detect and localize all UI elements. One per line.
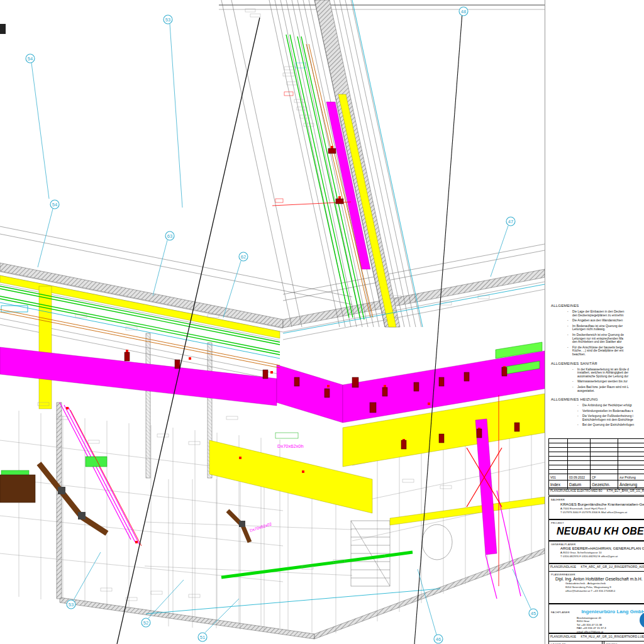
svg-text:62: 62 <box>241 254 246 260</box>
box-label: BAUHERR <box>551 498 644 501</box>
fachplaner-line: email office@iblang.at <box>577 630 644 633</box>
fachplaner-line: Brockmanngasse 41 <box>577 616 644 619</box>
bauherr-address: A-7000 Eisenstadt, Josef Hyrtl-Platz 4 <box>560 507 644 510</box>
svg-text:51: 51 <box>200 635 205 640</box>
svg-text:54: 54 <box>28 56 33 62</box>
box-label: GENERALPLANER <box>551 543 644 546</box>
planverfasser-name: Dipl. Ing. Anton Hofstätter Gesellschaft… <box>555 577 644 581</box>
svg-text:45: 45 <box>531 611 536 616</box>
note-item: Im Bodenaufbau ist eine Querung der Leit… <box>551 325 644 331</box>
grid-bubble: 47 <box>506 217 515 226</box>
svg-text:63: 63 <box>167 233 172 239</box>
grid-bubble: 53 <box>164 15 172 24</box>
project-title: NEUBAU KH OBERW <box>557 526 644 537</box>
generalplaner-box: GENERALPLANER ARGE EDERER+HAGHIRIAN, GEN… <box>548 541 644 564</box>
note-item: Jedes Bad bzw. jeder Raum wird mit L aus… <box>551 386 644 392</box>
svg-text:53: 53 <box>69 602 74 608</box>
grid-bubble: 54 <box>50 200 59 209</box>
bauherr-box: BAUHERR KRAGES Burgenländische Krankenan… <box>548 496 644 519</box>
note-item: Bei der Querung der Estrichdehnfugen <box>551 423 644 427</box>
note-item: Die Anbindung der Heizkörper erfolgt <box>551 404 644 408</box>
notes-heading-allgemeines: ALLGEMEINES <box>551 304 644 308</box>
grid-bubble: 63 <box>165 231 174 240</box>
note-item: Verbindungsstellen im Bodenaufbau s <box>551 409 644 413</box>
generalplaner-contact: T 0316-682976 F 0316-682952 E office@gen… <box>560 555 644 558</box>
note-item: Die Angaben aus den Wandansichten <box>551 319 644 323</box>
box-label: FACHPLANER <box>551 611 570 614</box>
grid-bubble: 46 <box>434 635 443 643</box>
grid-bubble: 53 <box>67 600 75 609</box>
box-label: PLANVERFASSER <box>551 573 644 576</box>
planverfasser-line: Gebäudetechnik - Anlagentechnik <box>565 582 644 585</box>
grid-bubble: 62 <box>239 252 248 261</box>
fachplaner-line: FAX +43 316 47 15 37-3 <box>577 626 644 630</box>
note-item: Warmwasserleitungen werden bis zur <box>551 380 644 384</box>
planverfasser-line: 8054 Seiersberg-Pirka, Wagramweg 9 <box>565 586 644 589</box>
general-notes: ALLGEMEINES Die Lage der Einbauten in de… <box>551 304 644 429</box>
bauherr-name: KRAGES Burgenländische Krankenanstalten-… <box>560 502 644 506</box>
fachplaner-line: 8010 Graz <box>577 619 644 623</box>
fachplaner-box: FACHPLANER Ingenieurbüro Lang GmbH Brock… <box>548 604 644 633</box>
table-row <box>549 461 644 465</box>
notes-heading-sanitaer: ALLGEMEINES SANITÄR <box>551 362 644 365</box>
table-row <box>549 457 644 461</box>
box-label: PROJEKT <box>551 521 644 525</box>
grid-bubble: 54 <box>26 54 35 63</box>
title-block-column: ALLGEMEINES Die Lage der Einbauten in de… <box>545 0 644 644</box>
strip-label: PLANGRUNDLAGE <box>550 635 576 638</box>
planverfasser-line: office@hofstaetter.at T +43 316 270308-0 <box>565 589 644 592</box>
table-row <box>549 470 644 474</box>
generalplaner-name: ARGE EDERER+HAGHIRIAN, GENERALPLAN G <box>560 547 644 550</box>
svg-text:47: 47 <box>508 219 513 225</box>
table-row <box>549 439 644 443</box>
svg-text:54: 54 <box>52 202 57 208</box>
svg-text:48: 48 <box>461 9 466 14</box>
duct-label: Dx70x62x0h <box>277 443 304 449</box>
grid-bubble: 48 <box>459 7 468 16</box>
lageplan-box: LAGEPLAN <box>548 641 602 644</box>
note-item: Die Lage der Einbauten in den Decken den… <box>551 310 644 317</box>
fachplaner-line: Tel +43 316 47 15 38 <box>577 623 644 626</box>
planverfasser-box: PLANVERFASSER Dipl. Ing. Anton Hofstätte… <box>548 571 644 604</box>
bauteil-box: BAUTEIL <box>604 641 644 644</box>
table-row <box>549 448 644 452</box>
revision-row: V01 03.09.2022 CF zur Prüfung <box>549 474 644 480</box>
strip-value: KTH_ARC_AF_GR_1U_RINGERTNORD_A09 <box>580 565 644 569</box>
plan-sheet: 54 53 54 63 62 48 47 53 52 51 <box>0 0 644 644</box>
note-item: Im Deckenbereich ist eine Querung de Lei… <box>551 333 644 344</box>
plangrundlage-elektro-strip: PLANGRUNDLAGE ELEKTRO-MED B0 KTH_ELT_BHA… <box>548 487 644 496</box>
revision-table: V01 03.09.2022 CF zur Prüfung Index Datu… <box>548 438 644 489</box>
notes-heading-heizung: ALLGEMEINES HEIZUNG <box>551 397 644 401</box>
note-item: In der Kaltwasserleitung ist am Ende d i… <box>551 368 644 379</box>
fachplaner-name: Ingenieurbüro Lang GmbH <box>581 609 644 614</box>
table-row <box>549 452 644 457</box>
strip-value: KTH_HLU_AF_GR_1G_RINGERTNORD.LUE_A06 <box>580 635 644 638</box>
svg-text:46: 46 <box>436 636 441 642</box>
generalplaner-address: A-8010 Graz, Schießstattgasse 10 <box>560 551 644 554</box>
grid-bubble: 45 <box>529 609 538 618</box>
strip-label: PLANGRUNDLAGE <box>550 565 576 569</box>
strip-label: PLANGRUNDLAGE ELEKTRO-MED B0 <box>550 489 602 492</box>
grid-bubble: 51 <box>198 633 207 641</box>
table-row <box>549 443 644 448</box>
table-row <box>549 465 644 470</box>
note-item: Für die Anschlüsse der bauseits beige Kü… <box>551 346 644 357</box>
bauherr-contact: T 057979-3060 F 057979-3306 E-Mail offic… <box>560 511 644 514</box>
strip-value: KTH_ELT_BHA_GR_1G_RINGERTNORD_V0B / 650 <box>607 489 644 492</box>
svg-text:52: 52 <box>143 620 148 626</box>
svg-text:53: 53 <box>165 17 170 23</box>
note-item: Die Verlegung der Fußbodenheizung i Estr… <box>551 414 644 421</box>
projekt-box: PROJEKT NEUBAU KH OBERW <box>548 519 644 541</box>
grid-bubble: 52 <box>142 618 150 627</box>
